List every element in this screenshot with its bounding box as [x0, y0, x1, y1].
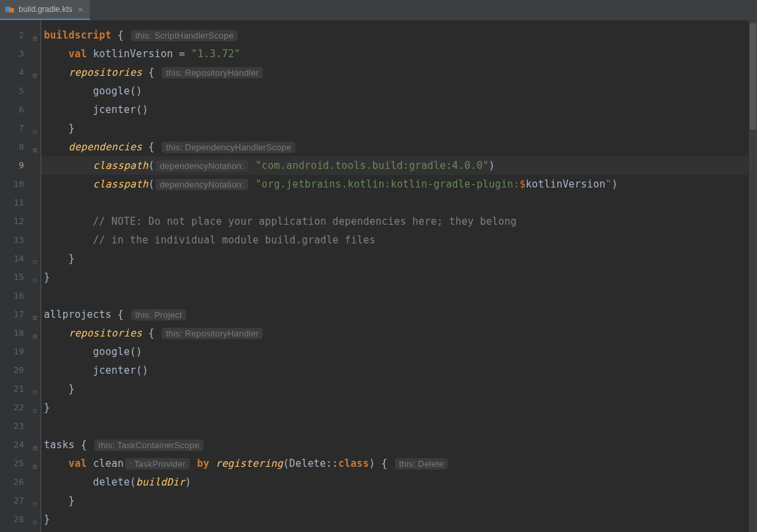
- line-number[interactable]: 20: [0, 361, 32, 380]
- fold-cell[interactable]: [32, 324, 41, 342]
- line-number[interactable]: 17: [0, 305, 32, 324]
- line-number[interactable]: 26: [0, 473, 32, 491]
- fold-open-icon[interactable]: [33, 460, 40, 467]
- code-line[interactable]: [41, 287, 757, 305]
- code-line[interactable]: jcenter(): [41, 100, 757, 119]
- fold-cell[interactable]: [32, 454, 41, 473]
- line-number[interactable]: 11: [0, 194, 32, 212]
- fold-open-icon[interactable]: [33, 442, 40, 448]
- code-token: [142, 66, 148, 78]
- code-line[interactable]: repositories { this: RepositoryHandler: [41, 324, 757, 342]
- code-area[interactable]: buildscript { this: ScriptHandlerScope v…: [41, 21, 757, 532]
- fold-close-icon[interactable]: [33, 497, 40, 504]
- line-number[interactable]: 15: [0, 268, 32, 287]
- fold-cell: [32, 417, 41, 436]
- fold-cell[interactable]: [32, 380, 41, 398]
- code-line[interactable]: }: [41, 380, 757, 398]
- line-number[interactable]: 23: [0, 417, 32, 436]
- code-line[interactable]: }: [41, 119, 757, 138]
- code-line[interactable]: [41, 194, 757, 212]
- fold-cell[interactable]: [32, 119, 41, 138]
- code-line[interactable]: buildscript { this: ScriptHandlerScope: [41, 26, 757, 45]
- code-line[interactable]: classpath(dependencyNotation: "org.jetbr…: [41, 175, 757, 194]
- code-line[interactable]: allprojects { this: Project: [41, 305, 757, 324]
- code-line[interactable]: }: [41, 398, 757, 417]
- line-number[interactable]: 14: [0, 249, 32, 268]
- line-number[interactable]: 25: [0, 454, 32, 473]
- fold-open-icon[interactable]: [33, 330, 40, 336]
- fold-cell[interactable]: [32, 305, 41, 324]
- code-line[interactable]: classpath(dependencyNotation: "com.andro…: [41, 156, 757, 175]
- code-line[interactable]: }: [41, 491, 757, 510]
- fold-cell[interactable]: [32, 63, 41, 82]
- line-number-gutter[interactable]: 2345678910111213141516171819202122232425…: [0, 21, 32, 532]
- line-number[interactable]: 6: [0, 100, 32, 119]
- fold-close-icon[interactable]: [33, 125, 40, 132]
- code-line[interactable]: val kotlinVersion = "1.3.72": [41, 45, 757, 63]
- line-number[interactable]: 5: [0, 82, 32, 100]
- line-number[interactable]: 9: [0, 156, 32, 175]
- code-line[interactable]: google(): [41, 82, 757, 100]
- line-number[interactable]: 24: [0, 436, 32, 454]
- inlay-hint: this: DependencyHandlerScope: [162, 142, 295, 153]
- line-number[interactable]: 16: [0, 287, 32, 305]
- scrollbar-track[interactable]: [749, 21, 757, 532]
- code-token: (: [148, 160, 154, 172]
- fold-cell[interactable]: [32, 436, 41, 454]
- line-number[interactable]: 10: [0, 175, 32, 194]
- code-token: {: [381, 458, 387, 469]
- code-line[interactable]: tasks { this: TaskContainerScope: [41, 436, 757, 454]
- inlay-hint: this: Project: [131, 309, 186, 321]
- line-number[interactable]: 12: [0, 212, 32, 231]
- code-editor[interactable]: 2345678910111213141516171819202122232425…: [0, 21, 757, 532]
- code-line[interactable]: // NOTE: Do not place your application d…: [41, 212, 757, 231]
- code-line[interactable]: google(): [41, 342, 757, 361]
- line-number[interactable]: 4: [0, 63, 32, 82]
- line-number[interactable]: 21: [0, 380, 32, 398]
- code-line[interactable]: }: [41, 268, 757, 287]
- fold-open-icon[interactable]: [33, 32, 40, 39]
- code-line[interactable]: dependencies { this: DependencyHandlerSc…: [41, 138, 757, 156]
- fold-open-icon[interactable]: [33, 144, 40, 150]
- code-line[interactable]: delete(buildDir): [41, 473, 757, 491]
- code-line[interactable]: val clean: TaskProvider by registering(D…: [41, 454, 757, 473]
- fold-cell[interactable]: [32, 491, 41, 510]
- code-line[interactable]: }: [41, 510, 757, 529]
- file-tab[interactable]: build.gradle.kts ×: [0, 0, 90, 20]
- fold-cell[interactable]: [32, 249, 41, 268]
- fold-close-icon[interactable]: [33, 255, 40, 262]
- fold-cell[interactable]: [32, 398, 41, 417]
- line-number[interactable]: 22: [0, 398, 32, 417]
- code-line[interactable]: }: [41, 249, 757, 268]
- fold-cell: [32, 175, 41, 194]
- scrollbar-thumb[interactable]: [750, 23, 756, 130]
- line-number[interactable]: 7: [0, 119, 32, 138]
- code-line[interactable]: repositories { this: RepositoryHandler: [41, 63, 757, 82]
- line-number[interactable]: 13: [0, 231, 32, 249]
- close-icon[interactable]: ×: [76, 4, 84, 15]
- fold-gutter[interactable]: [32, 21, 41, 532]
- code-line[interactable]: // in the individual module build.gradle…: [41, 231, 757, 249]
- line-number[interactable]: 27: [0, 491, 32, 510]
- line-number[interactable]: 28: [0, 510, 32, 529]
- code-line[interactable]: [41, 417, 757, 436]
- fold-cell[interactable]: [32, 510, 41, 529]
- fold-close-icon[interactable]: [33, 386, 40, 392]
- code-token: [191, 458, 197, 469]
- code-line[interactable]: jcenter(): [41, 361, 757, 380]
- line-number[interactable]: 18: [0, 324, 32, 342]
- fold-close-icon[interactable]: [33, 404, 40, 411]
- line-number[interactable]: 8: [0, 138, 32, 156]
- code-token: // NOTE: Do not place your application d…: [93, 215, 517, 227]
- fold-close-icon[interactable]: [33, 274, 40, 281]
- fold-open-icon[interactable]: [33, 69, 40, 76]
- fold-cell[interactable]: [32, 26, 41, 45]
- fold-cell[interactable]: [32, 138, 41, 156]
- fold-close-icon[interactable]: [33, 516, 40, 523]
- line-number[interactable]: 19: [0, 342, 32, 361]
- line-number[interactable]: 3: [0, 45, 32, 63]
- fold-cell[interactable]: [32, 268, 41, 287]
- fold-open-icon[interactable]: [33, 311, 40, 318]
- line-number[interactable]: 2: [0, 26, 32, 45]
- code-token: }: [69, 383, 75, 395]
